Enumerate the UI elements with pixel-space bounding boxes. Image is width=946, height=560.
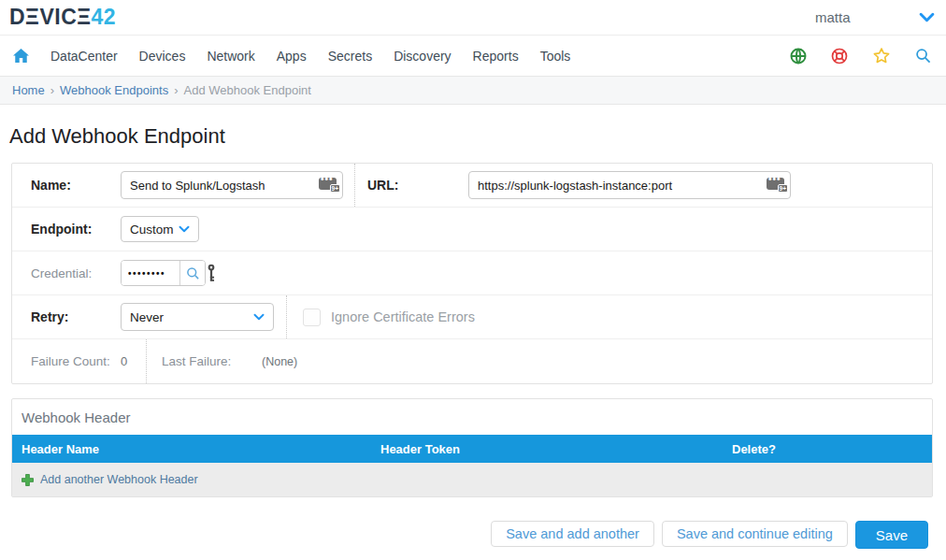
- autofill-dots: •••: [768, 174, 781, 184]
- credential-label: Credential:: [31, 266, 121, 280]
- form-row-endpoint: Endpoint: Custom: [12, 208, 932, 251]
- webhook-header-table-head: Header Name Header Token Delete?: [12, 435, 932, 463]
- globe-icon[interactable]: [790, 48, 807, 65]
- form-row-credential: Credential:: [12, 251, 932, 295]
- retry-select[interactable]: Never: [121, 303, 274, 331]
- autofill-dots: •••: [321, 174, 334, 184]
- nav-item-tools[interactable]: Tools: [540, 49, 571, 64]
- logo-dark-text: DΞVICΞ: [9, 5, 92, 29]
- column-divider: [286, 295, 287, 338]
- retry-label: Retry:: [31, 309, 121, 324]
- plus-icon[interactable]: [22, 474, 34, 486]
- form-row-failure: Failure Count: 0 Last Failure: (None): [12, 339, 932, 383]
- webhook-header-title: Webhook Header: [12, 399, 932, 435]
- url-input[interactable]: [468, 171, 791, 199]
- favorites-star-icon[interactable]: [872, 47, 891, 65]
- save-button[interactable]: Save: [855, 521, 928, 549]
- ignore-cert-checkbox[interactable]: [303, 309, 321, 326]
- webhook-header-panel: Webhook Header Header Name Header Token …: [11, 398, 933, 497]
- endpoint-selected-value: Custom: [130, 223, 174, 237]
- nav-item-network[interactable]: Network: [207, 49, 254, 64]
- endpoint-label: Endpoint:: [31, 222, 121, 237]
- breadcrumb-webhook-endpoints-link[interactable]: Webhook Endpoints: [60, 83, 168, 97]
- failure-count-label: Failure Count:: [31, 354, 121, 368]
- top-bar: DΞVICΞ42 matta: [0, 0, 946, 36]
- form-row-name-url: Name: ••• 9+ URL: ••• 9+: [12, 164, 932, 208]
- save-and-add-another-button[interactable]: Save and add another: [491, 521, 654, 547]
- name-input[interactable]: [121, 171, 343, 199]
- retry-selected-value: Never: [130, 310, 164, 324]
- user-chevron-down-icon[interactable]: [919, 12, 935, 22]
- home-icon[interactable]: [13, 49, 29, 63]
- name-label: Name:: [31, 178, 121, 193]
- nav-item-secrets[interactable]: Secrets: [328, 49, 372, 64]
- column-divider: [146, 339, 147, 383]
- name-field-group: Name: ••• 9+: [31, 171, 354, 199]
- chevron-down-icon: [179, 225, 190, 233]
- logo-light-text: 42: [92, 5, 117, 29]
- device42-logo[interactable]: DΞVICΞ42: [9, 7, 116, 28]
- autofill-badge-icon[interactable]: ••• 9+: [319, 178, 337, 190]
- main-nav: DataCenter Devices Network Apps Secrets …: [0, 36, 946, 77]
- credential-search-icon[interactable]: [179, 261, 205, 285]
- credential-input[interactable]: [122, 261, 179, 285]
- nav-item-reports[interactable]: Reports: [473, 49, 519, 64]
- nav-items: DataCenter Devices Network Apps Secrets …: [13, 49, 570, 64]
- breadcrumb-home-link[interactable]: Home: [12, 83, 45, 97]
- column-header-delete: Delete?: [732, 442, 932, 456]
- form-row-retry: Retry: Never Ignore Certificate Errors: [12, 295, 932, 339]
- ignore-cert-label: Ignore Certificate Errors: [331, 309, 475, 324]
- breadcrumb-separator: ›: [174, 83, 178, 97]
- key-icon: [208, 264, 215, 283]
- breadcrumb-separator: ›: [50, 83, 54, 97]
- autofill-count: 9+: [330, 184, 340, 193]
- last-failure-value: (None): [262, 355, 297, 368]
- autofill-badge-icon[interactable]: ••• 9+: [767, 178, 784, 190]
- username: matta: [815, 9, 851, 25]
- url-field-group: URL: ••• 9+: [355, 171, 791, 199]
- nav-item-devices[interactable]: Devices: [139, 49, 186, 64]
- add-webhook-header-link[interactable]: Add another Webhook Header: [40, 473, 198, 486]
- nav-item-apps[interactable]: Apps: [277, 49, 307, 64]
- search-icon[interactable]: [915, 48, 931, 64]
- autofill-count: 9+: [778, 184, 788, 193]
- column-header-name: Header Name: [22, 442, 380, 456]
- help-lifebuoy-icon[interactable]: [831, 48, 848, 65]
- form-actions: Save and add another Save and continue e…: [0, 521, 928, 549]
- webhook-endpoint-form: Name: ••• 9+ URL: ••• 9+ Endpoint:: [11, 163, 933, 384]
- breadcrumb: Home › Webhook Endpoints › Add Webhook E…: [0, 77, 946, 105]
- nav-item-discovery[interactable]: Discovery: [394, 49, 451, 64]
- user-menu[interactable]: matta: [815, 9, 935, 25]
- page-title: Add Webhook Endpoint: [9, 124, 946, 149]
- last-failure-label: Last Failure:: [162, 354, 262, 368]
- credential-group: [121, 260, 206, 286]
- chevron-down-icon: [253, 313, 265, 321]
- nav-item-datacenter[interactable]: DataCenter: [50, 49, 118, 64]
- url-label: URL:: [367, 178, 468, 193]
- failure-count-value: 0: [121, 354, 146, 368]
- breadcrumb-current: Add Webhook Endpoint: [184, 83, 311, 97]
- save-and-continue-editing-button[interactable]: Save and continue editing: [662, 521, 848, 547]
- endpoint-select[interactable]: Custom: [121, 216, 199, 242]
- nav-icon-group: [790, 47, 931, 65]
- column-header-token: Header Token: [380, 442, 732, 456]
- add-webhook-header-row: Add another Webhook Header: [12, 463, 932, 496]
